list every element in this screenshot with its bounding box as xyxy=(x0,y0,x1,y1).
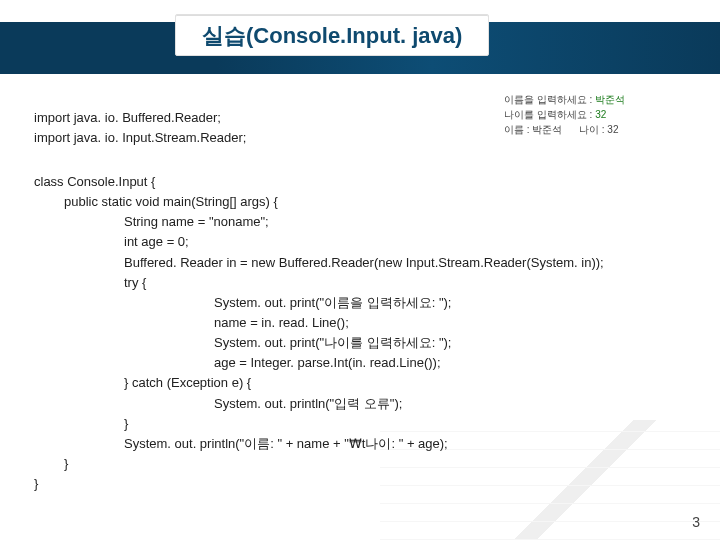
console-label: 나이를 입력하세요 : xyxy=(504,109,595,120)
code-line: String name = "noname"; xyxy=(34,212,696,232)
import-line: import java. io. Buffered.Reader; xyxy=(34,108,246,128)
code-line: class Console.Input { xyxy=(34,172,696,192)
import-line: import java. io. Input.Stream.Reader; xyxy=(34,128,246,148)
code-line: System. out. println("입력 오류"); xyxy=(34,394,696,414)
code-line: name = in. read. Line(); xyxy=(34,313,696,333)
code-line: int age = 0; xyxy=(34,232,696,252)
import-block: import java. io. Buffered.Reader; import… xyxy=(34,108,246,147)
code-line: public static void main(String[] args) { xyxy=(34,192,696,212)
code-line: } xyxy=(34,414,696,434)
console-value: 박준석 xyxy=(595,94,625,105)
code-block: class Console.Input { public static void… xyxy=(34,172,696,494)
page-number: 3 xyxy=(692,514,700,530)
code-line: age = Integer. parse.Int(in. read.Line()… xyxy=(34,353,696,373)
slide-title: 실습(Console.Input. java) xyxy=(175,14,489,56)
console-value: 32 xyxy=(595,109,606,120)
console-result: 나이 : 32 xyxy=(579,124,618,135)
console-result: 이름 : 박준석 xyxy=(504,124,562,135)
code-line: } catch (Exception e) { xyxy=(34,373,696,393)
code-line: Buffered. Reader in = new Buffered.Reade… xyxy=(34,253,696,273)
code-line: System. out. print("나이를 입력하세요: "); xyxy=(34,333,696,353)
code-line: } xyxy=(34,454,696,474)
code-line: } xyxy=(34,474,696,494)
console-output: 이름을 입력하세요 : 박준석 나이를 입력하세요 : 32 이름 : 박준석 … xyxy=(504,92,696,137)
code-line: System. out. println("이름: " + name + "₩t… xyxy=(34,434,696,454)
code-line: try { xyxy=(34,273,696,293)
console-label: 이름을 입력하세요 : xyxy=(504,94,595,105)
code-line: System. out. print("이름을 입력하세요: "); xyxy=(34,293,696,313)
